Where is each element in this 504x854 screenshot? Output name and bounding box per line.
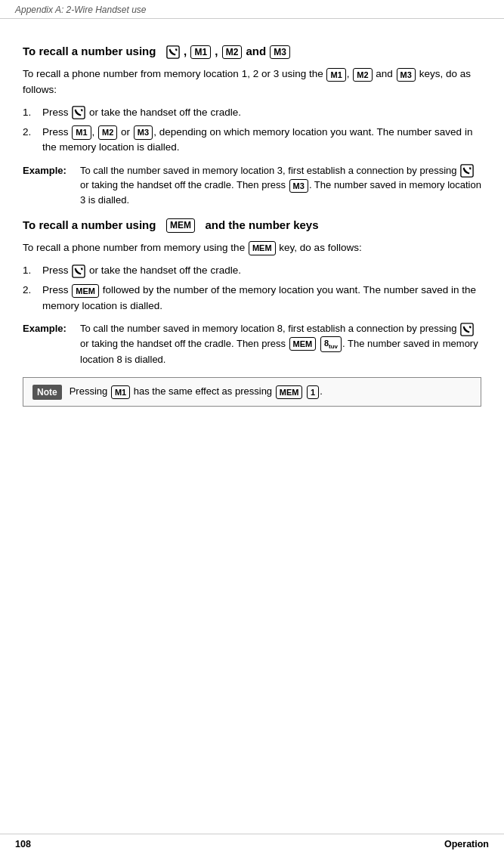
phone-icon-step2-1 (72, 265, 85, 278)
section1-example-text: To call the number saved in memory locat… (80, 163, 481, 208)
section2-title: To recall a number using MEM and the num… (23, 218, 481, 233)
intro-key-m2: M2 (353, 68, 372, 82)
step2-key-m3: M3 (134, 125, 153, 140)
section1-key-m1: M1 (190, 45, 211, 60)
note-text: Pressing M1 has the same effect as press… (70, 384, 323, 399)
section1-step1: 1. Press or take the handset off the cra… (23, 105, 481, 120)
note-key-m1: M1 (111, 385, 130, 400)
header-left: Appendix A: 2-Wire Handset use (15, 5, 147, 15)
section2-intro-key: MEM (249, 241, 276, 255)
section2-steps: 1. Press or take the handset off the cra… (23, 263, 481, 314)
section1-title-prefix: To recall a number using (23, 45, 156, 57)
intro-key-m3: M3 (397, 68, 416, 82)
phone-icon-ex1 (460, 164, 474, 178)
section2-example: Example: To call the number saved in mem… (23, 321, 481, 367)
top-bar: Appendix A: 2-Wire Handset use (0, 0, 504, 19)
section1-title: To recall a number using , M1 , M2 and M… (23, 45, 481, 59)
note-key-mem: MEM (276, 385, 303, 400)
section1-steps: 1. Press or take the handset off the cra… (23, 105, 481, 156)
step2b-key-mem: MEM (72, 284, 99, 299)
note-key-1: 1 (307, 385, 319, 400)
section1-key-m2: M2 (222, 45, 243, 60)
main-content: To recall a number using , M1 , M2 and M… (0, 19, 504, 834)
step2-key-m1: M1 (72, 125, 91, 140)
footer-right: Operation (444, 839, 489, 849)
section1-example-row: Example: To call the number saved in mem… (23, 163, 481, 208)
note-box: Note Pressing M1 has the same effect as … (23, 377, 481, 407)
section1-example: Example: To call the number saved in mem… (23, 163, 481, 208)
bottom-bar: 108 Operation (0, 834, 504, 854)
section1-intro: To recall a phone number from memory loc… (23, 67, 481, 97)
footer-page-number: 108 (15, 839, 31, 849)
section2-example-row: Example: To call the number saved in mem… (23, 321, 481, 367)
section2-intro: To recall a phone number from memory usi… (23, 240, 481, 255)
svg-rect-0 (167, 46, 179, 58)
section2-step2: 2. Press MEM followed by the number of t… (23, 283, 481, 314)
section1-step2: 2. Press M1, M2 or M3, depending on whic… (23, 125, 481, 156)
ex1-key-m3: M3 (289, 179, 308, 193)
section2-title-suffix: and the number keys (205, 218, 318, 231)
section2-title-key: MEM (166, 218, 195, 233)
section2-example-label: Example: (23, 321, 74, 367)
section1-key-m3: M3 (270, 45, 290, 60)
phone-icon-ex2 (460, 323, 474, 336)
intro-key-m1: M1 (326, 68, 345, 82)
svg-rect-1 (73, 107, 85, 119)
page-container: Appendix A: 2-Wire Handset use To recall… (0, 0, 504, 854)
section2-example-text: To call the number saved in memory locat… (80, 321, 481, 367)
ex2-key-mem: MEM (289, 337, 317, 351)
svg-rect-4 (461, 323, 473, 335)
ex2-key-8: 8tuv (320, 336, 342, 352)
phone-icon-title1 (166, 45, 180, 59)
section1-example-label: Example: (23, 163, 74, 208)
section2-title-prefix: To recall a number using (23, 218, 156, 231)
section2-step1: 1. Press or take the handset off the cra… (23, 263, 481, 278)
svg-rect-2 (461, 165, 473, 177)
section1-title-connector: and (246, 45, 270, 57)
note-label: Note (32, 385, 62, 400)
step2-key-m2: M2 (98, 125, 117, 140)
svg-rect-3 (73, 265, 85, 277)
phone-icon-step1 (72, 106, 85, 119)
